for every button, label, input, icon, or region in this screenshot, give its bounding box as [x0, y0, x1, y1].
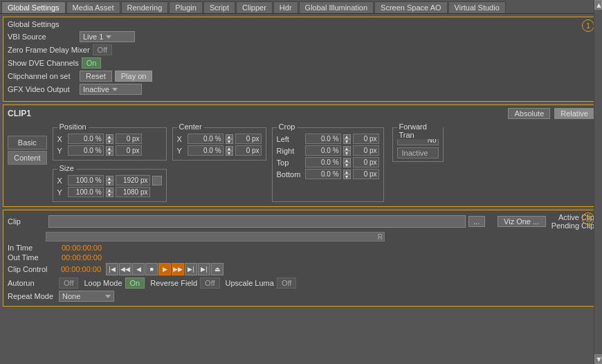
crop-top-pct[interactable]: [305, 157, 341, 167]
center-x-down[interactable]: ▼: [226, 139, 233, 144]
center-y-spinner[interactable]: ▲ ▼: [226, 146, 233, 156]
size-y-down[interactable]: ▼: [106, 192, 113, 197]
position-x-spinner[interactable]: ▲ ▼: [106, 134, 113, 144]
transport-play[interactable]: ▶: [158, 263, 171, 275]
forward-tran-status[interactable]: Inactive: [397, 147, 439, 158]
transport-next-frame[interactable]: ▶|: [185, 263, 197, 275]
crop-right-spinner[interactable]: ▲ ▼: [343, 146, 351, 156]
play-on-button[interactable]: Play on: [115, 71, 153, 82]
basic-btn[interactable]: Basic: [8, 136, 47, 149]
tab-global-settings[interactable]: Global Settings: [1, 1, 66, 13]
position-x-up[interactable]: ▲: [106, 134, 113, 139]
crop-top-up[interactable]: ▲: [343, 158, 351, 163]
content-btn[interactable]: Content: [8, 151, 47, 165]
autorun-toggle[interactable]: Off: [59, 277, 78, 289]
crop-left-up[interactable]: ▲: [343, 134, 351, 139]
dots-button[interactable]: ...: [468, 216, 485, 227]
center-y-pct[interactable]: [188, 145, 224, 156]
crop-left-spinner[interactable]: ▲ ▼: [343, 134, 351, 144]
crop-top-row: Top ▲ ▼: [277, 157, 379, 167]
position-x-pct[interactable]: [68, 134, 104, 144]
size-x-pct[interactable]: [68, 175, 104, 185]
crop-right-up[interactable]: ▲: [343, 146, 351, 151]
size-x-up[interactable]: ▲: [106, 176, 113, 181]
show-dve-row: Show DVE Channels On: [8, 57, 594, 69]
tab-virtual-studio[interactable]: Virtual Studio: [448, 1, 506, 13]
reset-button[interactable]: Reset: [80, 71, 112, 82]
size-x-down[interactable]: ▼: [106, 181, 113, 185]
clip-timeline[interactable]: R: [46, 232, 385, 242]
center-x-spinner[interactable]: ▲ ▼: [226, 134, 233, 144]
size-x-spinner[interactable]: ▲ ▼: [106, 176, 113, 185]
transport-play-back[interactable]: ◀: [132, 263, 145, 275]
scrollbar-down[interactable]: ▼: [594, 354, 602, 364]
transport-eject[interactable]: ⏏: [211, 263, 224, 275]
crop-bottom-px[interactable]: [353, 169, 379, 179]
crop-bottom-spinner[interactable]: ▲ ▼: [343, 170, 351, 179]
position-x-down[interactable]: ▼: [106, 139, 113, 144]
crop-top-px[interactable]: [353, 157, 379, 167]
crop-left-pct[interactable]: [305, 134, 341, 144]
center-y-px[interactable]: [235, 145, 262, 156]
crop-top-down[interactable]: ▼: [343, 163, 351, 167]
absolute-btn[interactable]: Absolute: [508, 108, 550, 119]
spacer: [8, 232, 46, 242]
crop-right-down[interactable]: ▼: [343, 151, 351, 156]
size-x-px[interactable]: [116, 175, 150, 185]
size-y-up[interactable]: ▲: [106, 188, 113, 192]
scrollbar[interactable]: ▲ ▼: [594, 0, 602, 364]
crop-left-down[interactable]: ▼: [343, 139, 351, 144]
center-y-down[interactable]: ▼: [226, 151, 233, 156]
crop-bottom-down[interactable]: ▼: [343, 174, 351, 179]
position-x-row: X ▲ ▼: [57, 134, 162, 144]
transport-prev-frame[interactable]: ◀◀: [119, 263, 131, 275]
position-x-px[interactable]: [116, 134, 142, 144]
clip-path-input[interactable]: [48, 215, 466, 228]
tab-script[interactable]: Script: [203, 1, 235, 13]
center-x-px[interactable]: [235, 134, 262, 144]
upscale-luma-toggle[interactable]: Off: [277, 277, 296, 289]
transport-goto-end[interactable]: ▶|: [198, 263, 210, 275]
transport-stop[interactable]: ■: [145, 263, 158, 275]
center-x-up[interactable]: ▲: [226, 134, 233, 139]
position-y-up[interactable]: ▲: [106, 146, 113, 151]
size-lock[interactable]: [152, 176, 162, 185]
zero-frame-toggle[interactable]: Off: [93, 44, 112, 55]
crop-bottom-up[interactable]: ▲: [343, 170, 351, 174]
loop-mode-toggle[interactable]: On: [125, 277, 145, 289]
position-y-px[interactable]: [116, 145, 142, 156]
show-dve-toggle[interactable]: On: [82, 57, 102, 69]
crop-right-pct[interactable]: [305, 145, 341, 156]
tab-hdr[interactable]: Hdr: [273, 1, 298, 13]
tab-screen-space-ao[interactable]: Screen Space AO: [374, 1, 447, 13]
center-x-label: X: [177, 135, 185, 143]
position-y-spinner[interactable]: ▲ ▼: [106, 146, 113, 156]
position-y-pct[interactable]: [68, 145, 104, 156]
loop-mode-label: Loop Mode: [84, 279, 122, 287]
vbi-source-dropdown[interactable]: Live 1: [80, 31, 135, 42]
reverse-field-toggle[interactable]: Off: [200, 277, 219, 289]
position-y-down[interactable]: ▼: [106, 151, 113, 156]
crop-top-spinner[interactable]: ▲ ▼: [343, 158, 351, 167]
tab-rendering[interactable]: Rendering: [121, 1, 169, 13]
viz-one-button[interactable]: Viz One ...: [498, 216, 546, 227]
crop-bottom-pct[interactable]: [305, 169, 341, 179]
scrollbar-up[interactable]: ▲: [594, 0, 602, 10]
crop-right-label: Right: [277, 147, 303, 155]
gfx-video-dropdown[interactable]: Inactive: [80, 84, 142, 95]
size-y-pct[interactable]: [68, 187, 104, 197]
repeat-mode-dropdown[interactable]: None: [59, 291, 114, 302]
relative-btn[interactable]: Relative: [554, 108, 594, 119]
tab-media-asset[interactable]: Media Asset: [66, 1, 120, 13]
tab-clipper[interactable]: Clipper: [236, 1, 273, 13]
size-y-px[interactable]: [116, 187, 150, 197]
size-y-spinner[interactable]: ▲ ▼: [106, 188, 113, 197]
center-x-pct[interactable]: [188, 134, 224, 144]
tab-global-illumination[interactable]: Global Illumination: [299, 1, 374, 13]
tab-plugin[interactable]: Plugin: [169, 1, 203, 13]
transport-goto-start[interactable]: |◀: [106, 263, 118, 275]
crop-right-px[interactable]: [353, 145, 379, 156]
center-y-up[interactable]: ▲: [226, 146, 233, 151]
transport-fast-forward[interactable]: ▶▶: [172, 263, 184, 275]
crop-left-px[interactable]: [353, 134, 379, 144]
